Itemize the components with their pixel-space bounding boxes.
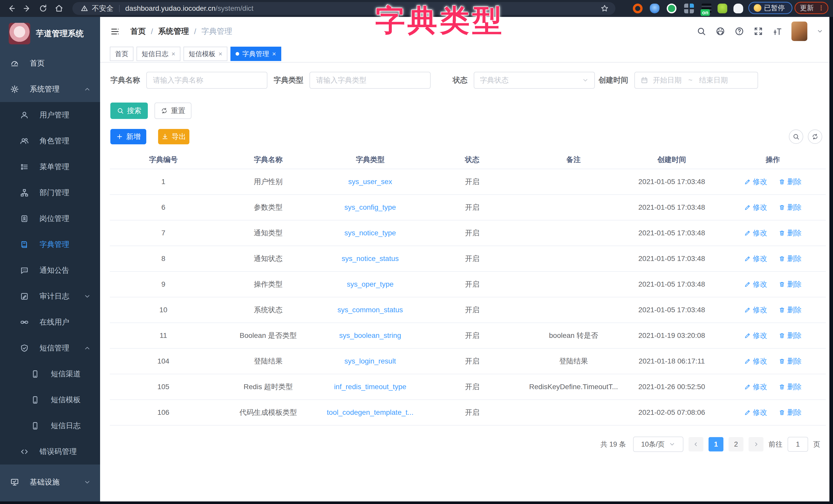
sidebar-toggle-icon[interactable] [110, 27, 120, 36]
edit-link[interactable]: 修改 [744, 356, 767, 366]
dict-type-link[interactable]: sys_user_sex [348, 178, 392, 185]
browser-back-icon[interactable] [7, 4, 16, 13]
close-icon[interactable]: × [171, 50, 175, 58]
breadcrumb-home[interactable]: 首页 [130, 26, 146, 37]
address-bar[interactable]: 不安全 dashboard.yudao.iocoder.cn/system/di… [72, 2, 615, 15]
browser-home-icon[interactable] [54, 4, 64, 13]
delete-link[interactable]: 删除 [779, 408, 802, 417]
delete-link[interactable]: 删除 [779, 305, 802, 315]
search-button[interactable]: 搜索 [110, 103, 148, 119]
sidebar-item-sms-log[interactable]: 短信日志 [0, 413, 100, 438]
next-page-button[interactable] [748, 437, 763, 451]
delete-link[interactable]: 删除 [779, 382, 802, 392]
delete-link[interactable]: 删除 [779, 228, 802, 238]
edit-link[interactable]: 修改 [744, 228, 767, 238]
edit-link[interactable]: 修改 [744, 408, 767, 417]
help-icon[interactable] [735, 26, 744, 36]
online-user-icon [20, 318, 29, 327]
sidebar-item-post-mgmt[interactable]: 岗位管理 [0, 206, 100, 231]
dict-type-link[interactable]: tool_codegen_template_t... [327, 408, 414, 416]
close-icon[interactable]: × [218, 50, 222, 58]
date-range-picker[interactable]: 开始日期 ~ 结束日期 [634, 72, 758, 89]
extension-icon[interactable] [717, 4, 727, 13]
dict-type-link[interactable]: sys_common_status [337, 306, 403, 314]
menu-list-icon [20, 162, 29, 171]
search-icon[interactable] [696, 26, 706, 36]
dict-type-link[interactable]: sys_boolean_string [339, 331, 401, 339]
edit-link[interactable]: 修改 [744, 331, 767, 341]
edit-link[interactable]: 修改 [744, 305, 767, 315]
page-number-2[interactable]: 2 [729, 437, 743, 451]
goto-page-input[interactable] [788, 437, 808, 452]
edit-link[interactable]: 修改 [744, 203, 767, 212]
extension-icon[interactable] [684, 4, 694, 13]
sidebar-item-online-user[interactable]: 在线用户 [0, 309, 100, 335]
reset-button[interactable]: 重置 [154, 103, 191, 119]
export-button[interactable]: 导出 [158, 129, 189, 144]
delete-link[interactable]: 删除 [779, 279, 802, 289]
extension-icon[interactable] [733, 4, 743, 13]
edit-link[interactable]: 修改 [744, 382, 767, 392]
sidebar-item-notice[interactable]: 通知公告 [0, 257, 100, 283]
dict-type-link[interactable]: sys_notice_status [341, 255, 399, 262]
extension-icon[interactable] [633, 4, 643, 13]
status-select[interactable]: 字典状态 [474, 72, 595, 89]
dict-type-link[interactable]: inf_redis_timeout_type [334, 383, 406, 391]
sidebar-item-home[interactable]: 首页 [0, 50, 100, 76]
breadcrumb-system[interactable]: 系统管理 [158, 26, 189, 37]
edit-link[interactable]: 修改 [744, 177, 767, 186]
sidebar-item-errcode-mgmt[interactable]: 错误码管理 [0, 438, 100, 464]
tab-home[interactable]: 首页 [110, 47, 134, 61]
edit-link[interactable]: 修改 [744, 279, 767, 289]
browser-forward-icon[interactable] [23, 4, 32, 13]
sidebar-item-menu-mgmt[interactable]: 菜单管理 [0, 154, 100, 180]
app-logo-row[interactable]: 芋道管理系统 [0, 17, 100, 50]
profile-paused-badge[interactable]: 已暂停 [748, 2, 792, 14]
extension-icon[interactable] [667, 4, 676, 13]
sidebar-item-sms-template[interactable]: 短信模板 [0, 387, 100, 413]
dict-name-input[interactable] [152, 76, 261, 84]
extension-icon[interactable]: on [701, 4, 711, 13]
user-avatar[interactable] [791, 22, 807, 41]
delete-link[interactable]: 删除 [779, 203, 802, 212]
tab-dict-mgmt[interactable]: 字典管理 × [231, 47, 281, 61]
sidebar-item-sms-channel[interactable]: 短信渠道 [0, 361, 100, 387]
browser-menu-icon[interactable] [818, 4, 825, 12]
toggle-search-button[interactable] [789, 129, 803, 144]
delete-link[interactable]: 删除 [779, 356, 802, 366]
sidebar-item-sms-mgmt[interactable]: 短信管理 [0, 335, 100, 361]
delete-link[interactable]: 删除 [779, 331, 802, 341]
sidebar-item-infra[interactable]: 基础设施 [0, 469, 100, 495]
delete-link[interactable]: 删除 [779, 177, 802, 186]
delete-link[interactable]: 删除 [779, 254, 802, 263]
browser-update-button[interactable]: 更新 [794, 2, 828, 14]
page-size-select[interactable]: 10条/页 [633, 436, 683, 452]
dict-type-link[interactable]: sys_config_type [344, 203, 396, 211]
sidebar-item-audit-log[interactable]: 审计日志 [0, 283, 100, 309]
font-size-icon[interactable] [772, 26, 782, 36]
sidebar-item-role-mgmt[interactable]: 角色管理 [0, 128, 100, 154]
caret-down-icon[interactable] [816, 28, 823, 34]
browser-reload-icon[interactable] [39, 4, 48, 13]
dict-type-input[interactable] [316, 76, 425, 84]
tab-sms-log[interactable]: 短信日志 × [137, 47, 181, 61]
close-icon[interactable]: × [272, 50, 276, 58]
fullscreen-icon[interactable] [754, 26, 763, 36]
add-button[interactable]: 新增 [110, 129, 146, 144]
window-scrollbar-strip[interactable] [829, 17, 833, 504]
bookmark-star-icon[interactable] [600, 4, 609, 12]
extension-icon[interactable] [650, 4, 660, 13]
refresh-button[interactable] [808, 129, 822, 144]
sidebar-item-dict-mgmt[interactable]: 字典管理 [0, 231, 100, 257]
prev-page-button[interactable] [689, 437, 704, 451]
sidebar-item-dept-mgmt[interactable]: 部门管理 [0, 180, 100, 206]
sidebar-item-user-mgmt[interactable]: 用户管理 [0, 102, 100, 128]
dict-type-link[interactable]: sys_login_result [344, 357, 396, 365]
tab-sms-template[interactable]: 短信模板 × [184, 47, 228, 61]
dict-type-link[interactable]: sys_oper_type [347, 280, 394, 288]
sidebar-item-system[interactable]: 系统管理 [0, 76, 100, 102]
dict-type-link[interactable]: sys_notice_type [344, 229, 396, 237]
github-icon[interactable] [715, 26, 725, 36]
page-number-1[interactable]: 1 [709, 437, 723, 451]
edit-link[interactable]: 修改 [744, 254, 767, 263]
